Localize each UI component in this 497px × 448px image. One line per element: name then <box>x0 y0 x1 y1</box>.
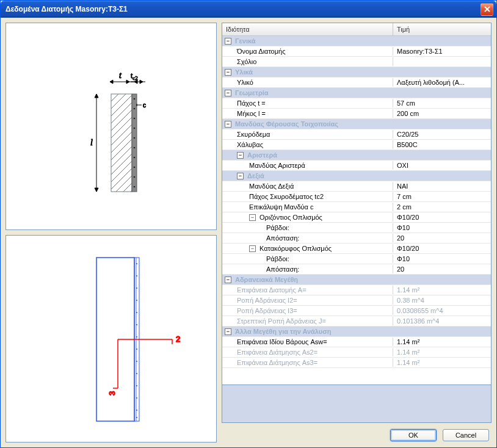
group-other[interactable]: −Άλλα Μεγέθη για την Ανάλυση <box>222 327 491 337</box>
row-jacket-right[interactable]: Μανδύας Δεξιά ΝΑΙ <box>222 181 491 192</box>
collapse-icon[interactable]: − <box>237 152 244 159</box>
row-vert-reinf[interactable]: −Κατακόρυφος Οπλισμός Φ10/20 <box>222 244 491 254</box>
svg-point-21 <box>136 275 137 276</box>
row-horiz-reinf[interactable]: −Οριζόντιος Οπλισμός Φ10/20 <box>222 212 491 223</box>
row-section-name[interactable]: Όνομα Διατομής Masonry:T3-Σ1 <box>222 46 491 57</box>
dialog-window: Δεδομένα Διατομής Masonry:T3-Σ1 t <box>0 0 497 448</box>
group-right[interactable]: −Δεξιά <box>222 171 491 181</box>
label-t: t <box>119 71 122 80</box>
row-as3: Επιφάνεια Διάτμησης As3= 1.14 m² <box>222 358 491 368</box>
row-material[interactable]: Υλικό Λαξευτή λιθοδομή (Α... <box>222 78 491 88</box>
row-tc2[interactable]: Πάχος Σκυροδέματος tc2 7 cm <box>222 192 491 202</box>
svg-point-28 <box>136 361 137 362</box>
group-general[interactable]: −Γενικά <box>222 36 491 46</box>
svg-point-32 <box>136 410 137 411</box>
section-diagram-top: t tc2 l <box>5 23 217 230</box>
row-steel[interactable]: Χάλυβας B500C <box>222 140 491 150</box>
row-vert-bars[interactable]: Ράβδοι: Φ10 <box>222 254 491 264</box>
collapse-icon[interactable]: − <box>249 245 256 252</box>
row-area: Επιφάνεια Διατομής A= 1.14 m² <box>222 285 491 295</box>
svg-point-26 <box>136 336 137 338</box>
svg-point-20 <box>136 263 137 264</box>
collapse-icon[interactable]: − <box>225 69 231 76</box>
row-jacket-left[interactable]: Μανδύας Αριστερά ΟΧΙ <box>222 161 491 171</box>
svg-point-8 <box>134 128 136 129</box>
row-concrete[interactable]: Σκυρόδεμα C20/25 <box>222 129 491 140</box>
row-vert-spacing[interactable]: Απόσταση: 20 <box>222 264 491 275</box>
group-jacket[interactable]: −Μανδύας Φέρουσας Τοιχοποιίας <box>222 119 491 129</box>
row-j: Στρεπτική Ροπή Αδράνειας J= 0.101386 m^4 <box>222 316 491 327</box>
svg-point-10 <box>134 147 136 149</box>
svg-point-7 <box>134 118 136 120</box>
collapse-icon[interactable]: − <box>249 214 256 221</box>
row-horiz-bars[interactable]: Ράβδοι: Φ10 <box>222 223 491 233</box>
svg-point-9 <box>134 137 136 139</box>
label-tc2: tc2 <box>131 71 138 81</box>
svg-point-11 <box>134 157 136 159</box>
property-grid: Ιδιότητα Τιμή −Γενικά Όνομα Διατομής Mas… <box>222 23 492 385</box>
close-button[interactable] <box>481 3 493 16</box>
collapse-icon[interactable]: − <box>225 38 231 45</box>
content-area: t tc2 l <box>1 18 496 447</box>
row-thickness[interactable]: Πάχος t = 57 cm <box>222 98 491 109</box>
group-inertia[interactable]: −Αδρανειακά Μεγέθη <box>222 275 491 285</box>
left-column: t tc2 l <box>5 23 217 443</box>
collapse-icon[interactable]: − <box>225 90 231 96</box>
header-value: Τιμή <box>393 23 491 35</box>
svg-point-5 <box>134 98 136 100</box>
svg-point-31 <box>136 397 137 399</box>
axis-3-label: 3 <box>107 391 117 396</box>
row-comment[interactable]: Σχόλιο <box>222 57 491 67</box>
ok-button[interactable]: OK <box>390 429 437 441</box>
label-c: c <box>143 102 146 109</box>
svg-point-6 <box>134 108 136 110</box>
grid-body[interactable]: −Γενικά Όνομα Διατομής Masonry:T3-Σ1 Σχό… <box>222 36 491 385</box>
header-property: Ιδιότητα <box>222 23 393 35</box>
row-i3: Ροπή Αδράνειας I3= 0.0308655 m^4 <box>222 306 491 316</box>
svg-point-13 <box>134 176 136 178</box>
svg-point-22 <box>136 287 137 289</box>
svg-point-23 <box>136 300 137 301</box>
section-diagram-bottom: 2 3 <box>5 235 217 443</box>
description-pane <box>222 385 492 423</box>
svg-point-29 <box>136 373 137 374</box>
row-i2: Ροπή Αδράνειας I2= 0.38 m^4 <box>222 295 491 306</box>
right-column: Ιδιότητα Τιμή −Γενικά Όνομα Διατομής Mas… <box>222 23 492 443</box>
svg-point-14 <box>134 186 136 188</box>
collapse-icon[interactable]: − <box>225 328 231 335</box>
button-row: OK Cancel <box>222 423 492 443</box>
row-length[interactable]: Μήκος l = 200 cm <box>222 109 491 119</box>
close-icon <box>484 6 490 12</box>
svg-point-27 <box>136 349 137 350</box>
cancel-button[interactable]: Cancel <box>443 429 489 441</box>
collapse-icon[interactable]: − <box>225 121 231 128</box>
svg-point-24 <box>136 312 137 313</box>
row-asw[interactable]: Επιφάνεια Ιδίου Βάρους Asw= 1.14 m² <box>222 337 491 347</box>
row-horiz-spacing[interactable]: Απόσταση: 20 <box>222 233 491 244</box>
group-material[interactable]: −Υλικά <box>222 67 491 78</box>
group-left[interactable]: −Αριστερά <box>222 150 491 161</box>
svg-point-12 <box>134 167 136 168</box>
axis-2-label: 2 <box>176 334 180 344</box>
collapse-icon[interactable]: − <box>237 173 244 179</box>
label-l: l <box>90 138 93 147</box>
svg-rect-3 <box>111 94 132 192</box>
window-title: Δεδομένα Διατομής Masonry:T3-Σ1 <box>5 5 481 13</box>
row-as2: Επιφάνεια Διάτμησης As2= 1.14 m² <box>222 347 491 358</box>
titlebar: Δεδομένα Διατομής Masonry:T3-Σ1 <box>1 1 496 18</box>
svg-point-30 <box>136 385 137 386</box>
group-geometry[interactable]: −Γεωμετρία <box>222 88 491 98</box>
svg-point-25 <box>136 324 137 325</box>
grid-header: Ιδιότητα Τιμή <box>222 23 491 36</box>
collapse-icon[interactable]: − <box>225 276 231 283</box>
row-cover-c[interactable]: Επικάλυψη Μανδύα c 2 cm <box>222 202 491 212</box>
svg-point-33 <box>136 417 137 418</box>
